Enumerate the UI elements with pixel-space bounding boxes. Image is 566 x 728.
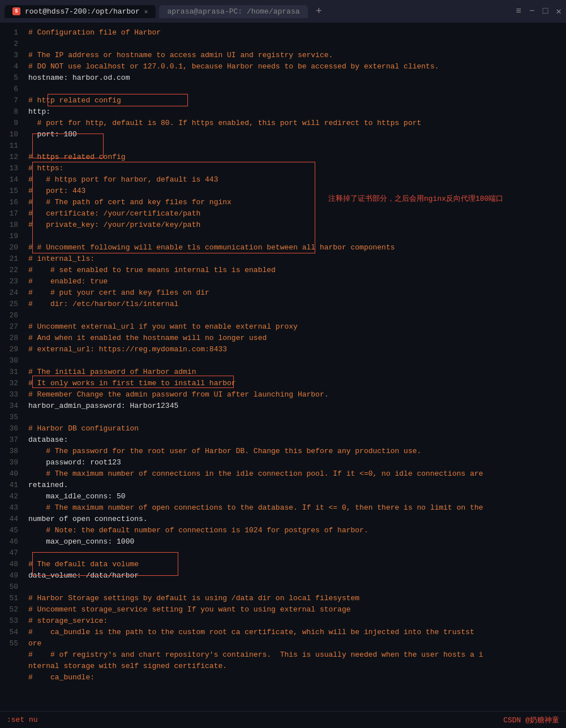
ln-23: 23 <box>0 276 18 287</box>
close-button[interactable]: ✕ <box>556 6 561 17</box>
ln-19: 19 <box>0 231 18 242</box>
ln-34: 34 <box>0 400 18 412</box>
code-line-23: # enabled: true <box>28 276 566 287</box>
ln-12: 12 <box>0 152 18 163</box>
code-line-48 <box>28 581 566 593</box>
code-line-1: # Configuration file of Harbor <box>28 27 566 38</box>
content-area: 注释掉了证书部分，之后会用nginx反向代理180端口 1 2 3 4 5 6 … <box>0 23 566 711</box>
code-line-14: # # https port for harbor, default is 44… <box>28 174 566 186</box>
ln-51: 51 <box>0 593 18 604</box>
code-line-46: # The default data volume <box>28 559 566 570</box>
code-line-40b: retained. <box>28 480 566 491</box>
ln-20: 20 <box>0 242 18 253</box>
ln-18: 18 <box>0 219 18 231</box>
code-line-36: # Harbor DB configuration <box>28 423 566 434</box>
ln-22: 22 <box>0 265 18 276</box>
ln-27: 27 <box>0 321 18 333</box>
ln-7: 7 <box>0 95 18 106</box>
code-line-17: # certificate: /your/certificate/path <box>28 208 566 219</box>
code-line-2 <box>28 38 566 50</box>
tab-close-1[interactable]: ✕ <box>144 8 148 15</box>
code-line-39: password: root123 <box>28 457 566 468</box>
code-line-53: # # of registry's and chart repository's… <box>28 649 566 661</box>
ln-54: 54 <box>0 627 18 638</box>
code-line-43: # Note: the default number of connection… <box>28 525 566 536</box>
code-line-32: # It only works in first time to install… <box>28 378 566 389</box>
ln-3: 3 <box>0 50 18 61</box>
title-bar: $ root@hdss7-200:/opt/harbor ✕ aprasa@ap… <box>0 0 566 23</box>
code-line-40: # The maximum number of connections in t… <box>28 468 566 480</box>
line-numbers: 1 2 3 4 5 6 7 8 9 10 11 12 13 14 15 16 1… <box>0 23 24 711</box>
code-line-13: # https: <box>28 163 566 174</box>
code-line-44: max_open_conns: 1000 <box>28 536 566 548</box>
ln-45: 45 <box>0 525 18 536</box>
code-line-26 <box>28 310 566 321</box>
csdn-brand: CSDN @奶糖神童 <box>503 715 559 725</box>
ln-5: 5 <box>0 72 18 84</box>
ln-49: 49 <box>0 570 18 581</box>
tab-aprasa[interactable]: aprasa@aprasa-PC: /home/aprasa <box>159 5 307 18</box>
code-line-18: # private_key: /your/private/key/path <box>28 219 566 231</box>
ln-41: 41 <box>0 480 18 491</box>
ln-21: 21 <box>0 253 18 265</box>
tab-root-harbor[interactable]: $ root@hdss7-200:/opt/harbor ✕ <box>5 5 156 18</box>
ln-47: 47 <box>0 548 18 559</box>
ln-42: 42 <box>0 491 18 502</box>
new-tab-button[interactable]: + <box>311 3 327 19</box>
ln-17: 17 <box>0 208 18 219</box>
ln-31: 31 <box>0 367 18 378</box>
code-line-54: # ca_bundle: <box>28 672 566 683</box>
code-line-49: # Harbor Storage settings by default is … <box>28 593 566 604</box>
ln-53: 53 <box>0 615 18 627</box>
minimize-button[interactable]: − <box>529 6 535 16</box>
terminal-icon: $ <box>12 7 20 15</box>
code-line-5: hostname: harbor.od.com <box>28 72 566 84</box>
ln-46: 46 <box>0 536 18 548</box>
bottom-bar: :set nu CSDN @奶糖神童 <box>0 711 566 728</box>
ln-32: 32 <box>0 378 18 389</box>
terminal-window: $ root@hdss7-200:/opt/harbor ✕ aprasa@ap… <box>0 0 566 728</box>
code-line-6 <box>28 84 566 95</box>
tab-label-1: root@hdss7-200:/opt/harbor <box>25 7 140 16</box>
ln-52: 52 <box>0 604 18 615</box>
code-line-45 <box>28 548 566 559</box>
code-line-24: # # put your cert and key files on dir <box>28 287 566 299</box>
ln-11: 11 <box>0 140 18 152</box>
annotation-text: 注释掉了证书部分，之后会用nginx反向代理180端口 <box>328 193 503 204</box>
code-line-38: # The password for the root user of Harb… <box>28 446 566 457</box>
ln-29: 29 <box>0 344 18 355</box>
ln-26: 26 <box>0 310 18 321</box>
ln-48: 48 <box>0 559 18 570</box>
code-content: # Configuration file of Harbor # The IP … <box>24 23 566 711</box>
ln-28: 28 <box>0 333 18 344</box>
ln-4: 4 <box>0 61 18 72</box>
vim-command: :set nu <box>7 716 38 724</box>
csdn-label: CSDN @奶糖神童 <box>503 716 559 725</box>
ln-6: 6 <box>0 84 18 95</box>
code-line-33: # Remember Change the admin password fro… <box>28 389 566 400</box>
ln-55: 55 <box>0 638 18 649</box>
menu-button[interactable]: ≡ <box>516 6 522 16</box>
code-line-47: data_volume: /data/harbor <box>28 570 566 581</box>
code-line-30 <box>28 355 566 367</box>
ln-25: 25 <box>0 299 18 310</box>
tab-label-2: aprasa@aprasa-PC: /home/aprasa <box>167 7 299 16</box>
code-line-50: # Uncomment storage_service setting If y… <box>28 604 566 615</box>
ln-9: 9 <box>0 118 18 129</box>
ln-24: 24 <box>0 287 18 299</box>
code-line-52: # ca_bundle is the path to the custom ro… <box>28 627 566 638</box>
ln-15: 15 <box>0 186 18 197</box>
code-line-11 <box>28 140 566 152</box>
code-line-55 <box>28 683 566 695</box>
ln-50: 50 <box>0 581 18 593</box>
code-line-28: # And when it enabled the hostname will … <box>28 333 566 344</box>
ln-30: 30 <box>0 355 18 367</box>
code-line-34: harbor_admin_password: Harbor12345 <box>28 400 566 412</box>
ln-14: 14 <box>0 174 18 186</box>
ln-37: 37 <box>0 434 18 446</box>
maximize-button[interactable]: □ <box>543 6 548 16</box>
code-line-42: # The maximum number of open connections… <box>28 502 566 514</box>
code-line-8: http: <box>28 106 566 118</box>
ln-35: 35 <box>0 412 18 423</box>
code-line-52b: ore <box>28 638 566 649</box>
